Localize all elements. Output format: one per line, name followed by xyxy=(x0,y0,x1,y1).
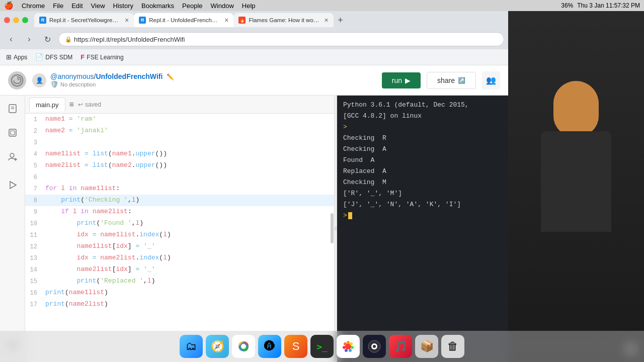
person-silhouette xyxy=(526,61,626,312)
line-num-15: 15 xyxy=(25,276,45,287)
svg-point-12 xyxy=(241,344,246,349)
console-active-prompt-symbol: > xyxy=(343,212,347,219)
traffic-lights xyxy=(4,17,28,23)
share-button[interactable]: share ↗️ xyxy=(427,72,476,89)
address-bar[interactable]: 🔒 https://repl.it/repls/UnfoldedFrenchWi… xyxy=(58,32,504,46)
replit-app: 👤 @anonymous/UnfoldedFrenchWifi ✏️ 🛡️ No… xyxy=(0,65,508,362)
dock-sublime[interactable]: S xyxy=(284,335,307,358)
file-tab-main-py[interactable]: main.py xyxy=(29,98,65,112)
fse-bookmark-label: FSE Learning xyxy=(87,54,123,61)
line-content-15: print('Replaced ',l) xyxy=(45,276,334,287)
svg-point-17 xyxy=(349,349,352,352)
webcam-person xyxy=(508,11,644,362)
forward-button[interactable]: › xyxy=(22,32,36,46)
dock-photos[interactable] xyxy=(337,335,360,358)
new-tab-button[interactable]: + xyxy=(334,13,348,27)
svg-point-18 xyxy=(345,349,348,352)
tab1-close[interactable]: × xyxy=(125,16,129,24)
menu-chrome[interactable]: Chrome xyxy=(22,2,45,10)
chrome-tabs: R Repl.it - SecretYellowgreenVer... × R … xyxy=(34,13,504,27)
edit-repl-icon[interactable]: ✏️ xyxy=(167,73,174,80)
dock-obs[interactable] xyxy=(363,335,386,358)
dock-archive[interactable]: 📦 xyxy=(415,335,438,358)
sidebar-run-icon[interactable] xyxy=(6,178,20,192)
repl-name-link[interactable]: UnfoldedFrenchWifi xyxy=(96,72,163,80)
tab-2[interactable]: R Repl.it - UnfoldedFrenchWifi × xyxy=(134,13,233,27)
fse-bookmark-icon: F xyxy=(80,53,85,61)
user-avatar: 👤 xyxy=(32,73,46,87)
bookmarks-bar: ⊞ Apps 📄 DFS SDM F FSE Learning xyxy=(0,49,508,65)
replit-logo-svg xyxy=(10,73,25,88)
dock-appstore[interactable]: 🅐 xyxy=(258,335,281,358)
menu-window[interactable]: Window xyxy=(211,2,234,10)
dock-chrome[interactable] xyxy=(232,335,255,358)
svg-point-15 xyxy=(350,342,353,345)
dock-itunes[interactable]: 🎵 xyxy=(389,335,412,358)
webcam-overlay: ? xyxy=(508,11,644,362)
tab2-title: Repl.it - UnfoldedFrenchWifi xyxy=(149,17,219,23)
sidebar-packages-icon[interactable] xyxy=(6,126,20,140)
line-num-3: 3 xyxy=(25,137,45,148)
line-num-17: 17 xyxy=(25,299,45,310)
code-line-4: 4 name1list = list(name1.upper()) xyxy=(25,148,334,160)
username-link[interactable]: @anonymous xyxy=(50,72,94,80)
dfs-bookmark-label: DFS SDM xyxy=(45,54,72,61)
console-output-7: ['J', '_', 'N', 'A', 'K', 'I'] xyxy=(343,199,502,210)
file-tab-label: main.py xyxy=(36,101,59,109)
dock-finder[interactable]: 🗂 xyxy=(180,335,203,358)
line-content-5: name2list = list(name2.upper()) xyxy=(45,160,334,171)
code-editor[interactable]: 1 name1 = 'ram' 2 name2 = 'janaki' 3 xyxy=(25,114,334,362)
bookmark-apps[interactable]: ⊞ Apps xyxy=(6,53,27,61)
line-content-4: name1list = list(name1.upper()) xyxy=(45,148,334,159)
editor-scroll-handle[interactable] xyxy=(330,114,334,362)
menu-edit[interactable]: Edit xyxy=(71,2,83,10)
menu-history[interactable]: History xyxy=(113,2,133,10)
menu-file[interactable]: File xyxy=(53,2,63,10)
dock-terminal[interactable]: >_ xyxy=(310,335,334,358)
menu-people[interactable]: People xyxy=(182,2,202,10)
tab3-close[interactable]: × xyxy=(324,16,328,24)
menu-view[interactable]: View xyxy=(91,2,105,10)
svg-point-14 xyxy=(347,341,350,344)
dock-trash[interactable]: 🗑 xyxy=(441,335,464,358)
tab-1[interactable]: R Repl.it - SecretYellowgreenVer... × xyxy=(34,13,134,27)
code-line-9: 9 if l in name2list: xyxy=(25,206,334,218)
line-num-11: 11 xyxy=(25,229,45,241)
tab2-close[interactable]: × xyxy=(224,16,228,24)
replit-logo xyxy=(8,71,26,89)
close-window-button[interactable] xyxy=(4,17,10,23)
users-icon: 👥 xyxy=(486,75,496,85)
svg-point-23 xyxy=(373,345,376,348)
run-button[interactable]: run ▶ xyxy=(382,72,421,88)
svg-marker-8 xyxy=(10,182,16,189)
svg-point-20 xyxy=(344,342,347,345)
menu-bookmarks[interactable]: Bookmarks xyxy=(141,2,174,10)
console-output-4: Replaced A xyxy=(343,166,502,177)
dock-safari[interactable]: 🧭 xyxy=(206,335,229,358)
maximize-window-button[interactable] xyxy=(22,17,28,23)
refresh-button[interactable]: ↻ xyxy=(40,32,54,46)
menu-help[interactable]: Help xyxy=(242,2,256,10)
svg-rect-3 xyxy=(9,129,16,136)
editor-scroll-thumb xyxy=(331,213,334,243)
code-line-14: 14 name2list[idx] = '_' xyxy=(25,264,334,276)
sidebar-files-icon[interactable] xyxy=(6,102,20,116)
line-content-7: for l in name1list: xyxy=(45,183,334,194)
code-line-12: 12 name1list[idx] = '_' xyxy=(25,241,334,252)
code-line-16: 16 print(name1list) xyxy=(25,287,334,299)
code-line-7: 7 for l in name1list: xyxy=(25,183,334,195)
users-button[interactable]: 👥 xyxy=(482,71,500,89)
apple-menu[interactable]: 🍎 xyxy=(4,1,14,10)
console-active-prompt[interactable]: > xyxy=(343,210,502,221)
bookmark-dfs-sdm[interactable]: 📄 DFS SDM xyxy=(35,53,72,61)
bookmark-fse-learning[interactable]: F FSE Learning xyxy=(80,53,123,61)
tab-3[interactable]: 🔥 Flames Game: How it works? × xyxy=(233,13,333,27)
minimize-window-button[interactable] xyxy=(13,17,19,23)
back-button[interactable]: ‹ xyxy=(4,32,18,46)
sidebar-add-user-icon[interactable] xyxy=(6,150,20,164)
file-options-icon[interactable]: ≡ xyxy=(69,100,74,109)
run-label: run xyxy=(392,76,402,84)
svg-point-19 xyxy=(343,346,346,349)
line-num-10: 10 xyxy=(25,218,45,229)
browser-window: R Repl.it - SecretYellowgreenVer... × R … xyxy=(0,11,508,362)
